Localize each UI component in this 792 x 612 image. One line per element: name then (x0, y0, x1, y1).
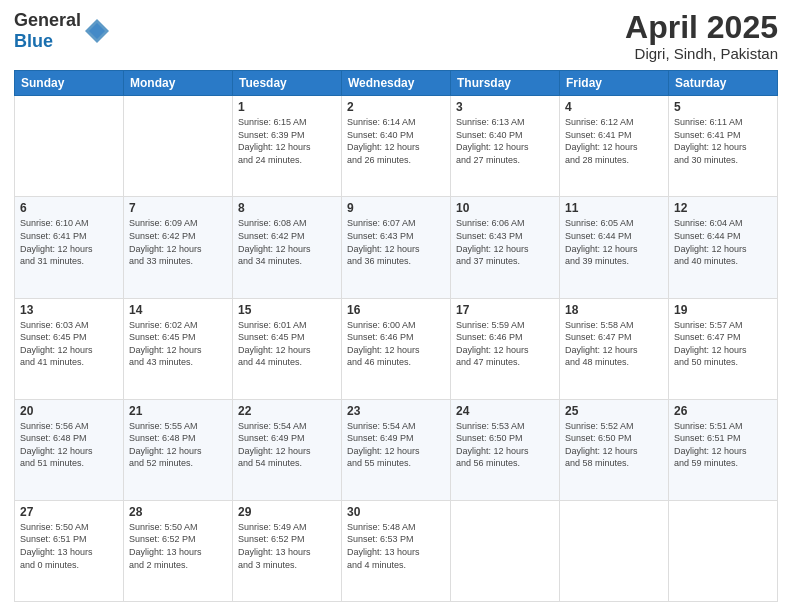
day-number: 2 (347, 100, 445, 114)
week-row-4: 20Sunrise: 5:56 AM Sunset: 6:48 PM Dayli… (15, 399, 778, 500)
day-info: Sunrise: 5:52 AM Sunset: 6:50 PM Dayligh… (565, 420, 663, 470)
day-info: Sunrise: 5:58 AM Sunset: 6:47 PM Dayligh… (565, 319, 663, 369)
day-info: Sunrise: 5:57 AM Sunset: 6:47 PM Dayligh… (674, 319, 772, 369)
day-info: Sunrise: 6:01 AM Sunset: 6:45 PM Dayligh… (238, 319, 336, 369)
day-info: Sunrise: 6:13 AM Sunset: 6:40 PM Dayligh… (456, 116, 554, 166)
week-row-3: 13Sunrise: 6:03 AM Sunset: 6:45 PM Dayli… (15, 298, 778, 399)
day-number: 7 (129, 201, 227, 215)
calendar-cell: 7Sunrise: 6:09 AM Sunset: 6:42 PM Daylig… (124, 197, 233, 298)
day-number: 13 (20, 303, 118, 317)
day-info: Sunrise: 6:14 AM Sunset: 6:40 PM Dayligh… (347, 116, 445, 166)
calendar-cell (669, 500, 778, 601)
calendar-cell: 15Sunrise: 6:01 AM Sunset: 6:45 PM Dayli… (233, 298, 342, 399)
day-info: Sunrise: 6:05 AM Sunset: 6:44 PM Dayligh… (565, 217, 663, 267)
calendar-subtitle: Digri, Sindh, Pakistan (625, 45, 778, 62)
calendar-cell: 9Sunrise: 6:07 AM Sunset: 6:43 PM Daylig… (342, 197, 451, 298)
day-number: 11 (565, 201, 663, 215)
day-info: Sunrise: 6:10 AM Sunset: 6:41 PM Dayligh… (20, 217, 118, 267)
logo-icon (83, 17, 111, 45)
calendar-cell: 30Sunrise: 5:48 AM Sunset: 6:53 PM Dayli… (342, 500, 451, 601)
day-info: Sunrise: 6:12 AM Sunset: 6:41 PM Dayligh… (565, 116, 663, 166)
page: General Blue April 2025 Digri, Sindh, Pa… (0, 0, 792, 612)
day-number: 12 (674, 201, 772, 215)
calendar-cell: 1Sunrise: 6:15 AM Sunset: 6:39 PM Daylig… (233, 96, 342, 197)
calendar-cell: 8Sunrise: 6:08 AM Sunset: 6:42 PM Daylig… (233, 197, 342, 298)
calendar-cell: 16Sunrise: 6:00 AM Sunset: 6:46 PM Dayli… (342, 298, 451, 399)
day-number: 30 (347, 505, 445, 519)
calendar-cell: 4Sunrise: 6:12 AM Sunset: 6:41 PM Daylig… (560, 96, 669, 197)
day-number: 24 (456, 404, 554, 418)
calendar-cell: 29Sunrise: 5:49 AM Sunset: 6:52 PM Dayli… (233, 500, 342, 601)
day-number: 3 (456, 100, 554, 114)
logo-general: General (14, 10, 81, 30)
calendar-cell: 10Sunrise: 6:06 AM Sunset: 6:43 PM Dayli… (451, 197, 560, 298)
day-number: 18 (565, 303, 663, 317)
calendar-cell: 5Sunrise: 6:11 AM Sunset: 6:41 PM Daylig… (669, 96, 778, 197)
logo: General Blue (14, 10, 111, 52)
calendar-title: April 2025 (625, 10, 778, 45)
col-saturday: Saturday (669, 71, 778, 96)
day-number: 28 (129, 505, 227, 519)
day-number: 6 (20, 201, 118, 215)
day-info: Sunrise: 6:02 AM Sunset: 6:45 PM Dayligh… (129, 319, 227, 369)
calendar-cell: 28Sunrise: 5:50 AM Sunset: 6:52 PM Dayli… (124, 500, 233, 601)
col-wednesday: Wednesday (342, 71, 451, 96)
day-number: 14 (129, 303, 227, 317)
calendar-cell (560, 500, 669, 601)
calendar-cell: 14Sunrise: 6:02 AM Sunset: 6:45 PM Dayli… (124, 298, 233, 399)
calendar-cell: 23Sunrise: 5:54 AM Sunset: 6:49 PM Dayli… (342, 399, 451, 500)
calendar-cell: 12Sunrise: 6:04 AM Sunset: 6:44 PM Dayli… (669, 197, 778, 298)
calendar-table: Sunday Monday Tuesday Wednesday Thursday… (14, 70, 778, 602)
day-info: Sunrise: 5:50 AM Sunset: 6:52 PM Dayligh… (129, 521, 227, 571)
day-info: Sunrise: 5:50 AM Sunset: 6:51 PM Dayligh… (20, 521, 118, 571)
day-info: Sunrise: 6:04 AM Sunset: 6:44 PM Dayligh… (674, 217, 772, 267)
day-info: Sunrise: 6:09 AM Sunset: 6:42 PM Dayligh… (129, 217, 227, 267)
calendar-cell: 11Sunrise: 6:05 AM Sunset: 6:44 PM Dayli… (560, 197, 669, 298)
calendar-cell: 18Sunrise: 5:58 AM Sunset: 6:47 PM Dayli… (560, 298, 669, 399)
day-info: Sunrise: 5:49 AM Sunset: 6:52 PM Dayligh… (238, 521, 336, 571)
calendar-cell: 20Sunrise: 5:56 AM Sunset: 6:48 PM Dayli… (15, 399, 124, 500)
week-row-2: 6Sunrise: 6:10 AM Sunset: 6:41 PM Daylig… (15, 197, 778, 298)
calendar-cell: 22Sunrise: 5:54 AM Sunset: 6:49 PM Dayli… (233, 399, 342, 500)
header-row: Sunday Monday Tuesday Wednesday Thursday… (15, 71, 778, 96)
calendar-cell: 26Sunrise: 5:51 AM Sunset: 6:51 PM Dayli… (669, 399, 778, 500)
calendar-cell: 27Sunrise: 5:50 AM Sunset: 6:51 PM Dayli… (15, 500, 124, 601)
day-info: Sunrise: 6:08 AM Sunset: 6:42 PM Dayligh… (238, 217, 336, 267)
day-number: 8 (238, 201, 336, 215)
day-info: Sunrise: 5:54 AM Sunset: 6:49 PM Dayligh… (347, 420, 445, 470)
day-number: 9 (347, 201, 445, 215)
day-info: Sunrise: 6:15 AM Sunset: 6:39 PM Dayligh… (238, 116, 336, 166)
day-number: 10 (456, 201, 554, 215)
day-info: Sunrise: 5:59 AM Sunset: 6:46 PM Dayligh… (456, 319, 554, 369)
logo-blue: Blue (14, 31, 53, 51)
day-info: Sunrise: 6:00 AM Sunset: 6:46 PM Dayligh… (347, 319, 445, 369)
week-row-5: 27Sunrise: 5:50 AM Sunset: 6:51 PM Dayli… (15, 500, 778, 601)
day-number: 15 (238, 303, 336, 317)
day-number: 26 (674, 404, 772, 418)
day-info: Sunrise: 5:53 AM Sunset: 6:50 PM Dayligh… (456, 420, 554, 470)
title-block: April 2025 Digri, Sindh, Pakistan (625, 10, 778, 62)
calendar-cell: 6Sunrise: 6:10 AM Sunset: 6:41 PM Daylig… (15, 197, 124, 298)
day-number: 1 (238, 100, 336, 114)
calendar-cell: 24Sunrise: 5:53 AM Sunset: 6:50 PM Dayli… (451, 399, 560, 500)
day-number: 4 (565, 100, 663, 114)
calendar-cell: 25Sunrise: 5:52 AM Sunset: 6:50 PM Dayli… (560, 399, 669, 500)
day-info: Sunrise: 5:56 AM Sunset: 6:48 PM Dayligh… (20, 420, 118, 470)
col-monday: Monday (124, 71, 233, 96)
day-info: Sunrise: 5:54 AM Sunset: 6:49 PM Dayligh… (238, 420, 336, 470)
day-number: 16 (347, 303, 445, 317)
day-number: 20 (20, 404, 118, 418)
calendar-cell: 13Sunrise: 6:03 AM Sunset: 6:45 PM Dayli… (15, 298, 124, 399)
day-number: 23 (347, 404, 445, 418)
calendar-cell (451, 500, 560, 601)
header: General Blue April 2025 Digri, Sindh, Pa… (14, 10, 778, 62)
day-info: Sunrise: 5:51 AM Sunset: 6:51 PM Dayligh… (674, 420, 772, 470)
day-info: Sunrise: 5:48 AM Sunset: 6:53 PM Dayligh… (347, 521, 445, 571)
day-info: Sunrise: 6:06 AM Sunset: 6:43 PM Dayligh… (456, 217, 554, 267)
calendar-cell: 19Sunrise: 5:57 AM Sunset: 6:47 PM Dayli… (669, 298, 778, 399)
col-tuesday: Tuesday (233, 71, 342, 96)
calendar-cell: 17Sunrise: 5:59 AM Sunset: 6:46 PM Dayli… (451, 298, 560, 399)
day-info: Sunrise: 6:03 AM Sunset: 6:45 PM Dayligh… (20, 319, 118, 369)
day-info: Sunrise: 6:11 AM Sunset: 6:41 PM Dayligh… (674, 116, 772, 166)
day-number: 27 (20, 505, 118, 519)
